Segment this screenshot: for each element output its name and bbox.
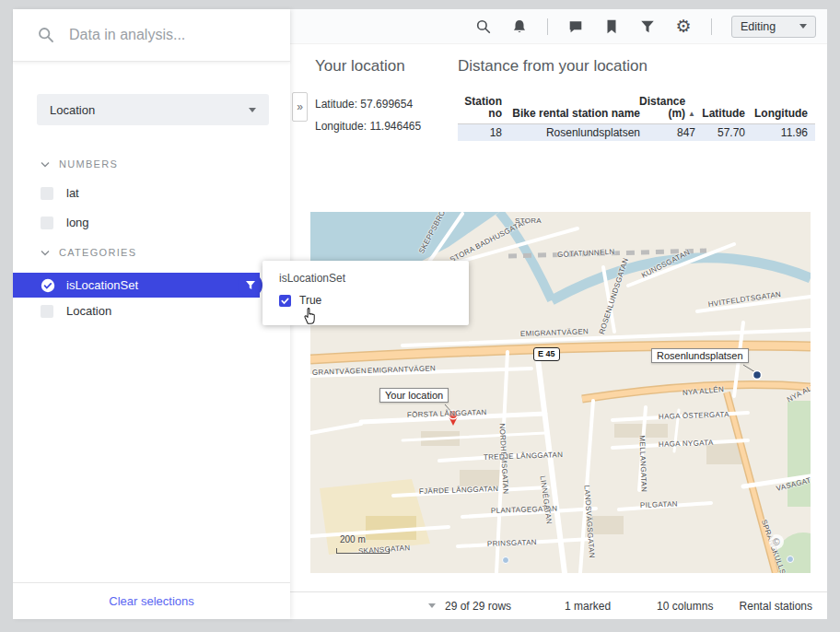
- cell-latitude: 57.70: [699, 124, 749, 141]
- cell-station-name: Rosenlundsplatsen: [506, 124, 644, 141]
- active-filter-button[interactable]: [238, 273, 262, 298]
- editing-mode-label: Editing: [741, 20, 776, 33]
- main-content: » Your location Latitude: 57.699654 Long…: [290, 44, 827, 619]
- street-label: PILGATAN: [640, 500, 678, 509]
- distance-table-title: Distance from your location: [458, 57, 648, 76]
- station-marker-dot: [753, 371, 762, 380]
- data-panel: Location NUMBERS lat long CATEGORIES isL…: [13, 9, 290, 619]
- column-item-location[interactable]: Location: [41, 304, 111, 318]
- chat-icon[interactable]: [567, 18, 584, 35]
- cell-distance: 847: [644, 124, 699, 141]
- checkbox-checked-icon[interactable]: [279, 295, 291, 307]
- chevron-down-icon: [41, 161, 50, 168]
- check-circle-icon: [41, 278, 55, 293]
- table-row[interactable]: 18 Rosenlundsplatsen 847 57.70 11.96: [458, 124, 815, 141]
- bell-icon[interactable]: [511, 18, 528, 35]
- e45-route-badge: E 45: [533, 347, 560, 361]
- longitude-value: Longitude: 11.946465: [315, 120, 421, 133]
- cell-station-no: 18: [458, 124, 506, 141]
- editing-mode-dropdown[interactable]: Editing: [731, 16, 816, 38]
- chevron-down-icon: [249, 108, 256, 112]
- column-item-label: Location: [66, 304, 111, 318]
- cell-longitude: 11.96: [749, 124, 811, 141]
- checkbox-unchecked-icon[interactable]: [41, 305, 53, 318]
- app-frame: ⚙ Editing » Your location Latitude: 57.6…: [0, 0, 840, 632]
- column-header-station-no[interactable]: Station no: [458, 92, 506, 123]
- filter-option-label: True: [299, 294, 321, 307]
- station-map-label[interactable]: Rosenlundsplatsen: [651, 348, 749, 363]
- filter-option-true[interactable]: True: [279, 294, 452, 307]
- funnel-icon: [245, 280, 256, 291]
- section-categories[interactable]: CATEGORIES: [41, 247, 136, 258]
- column-header-station-name[interactable]: Bike rental station name: [506, 92, 644, 123]
- expand-panel-button[interactable]: »: [292, 92, 308, 122]
- table-header-row: Station no Bike rental station name Dist…: [458, 92, 815, 124]
- section-categories-label: CATEGORIES: [59, 247, 136, 258]
- clear-selections-link[interactable]: Clear selections: [13, 582, 290, 619]
- data-table-dropdown-value: Location: [50, 103, 95, 117]
- column-count: 10 columns: [657, 600, 713, 613]
- toolbar: ⚙ Editing: [290, 9, 827, 44]
- search-icon: [37, 26, 55, 44]
- checkbox-unchecked-icon[interactable]: [41, 217, 53, 229]
- column-item-islocationset-selected[interactable]: isLocationSet: [13, 273, 260, 298]
- map-scale-label: 200 m: [340, 534, 366, 544]
- latitude-value: Latitude: 57.699654: [315, 98, 413, 111]
- row-summary-dropdown-icon[interactable]: [428, 603, 436, 608]
- filter-icon[interactable]: [639, 18, 656, 35]
- your-location-map-label[interactable]: Your location: [379, 388, 449, 403]
- column-item-label: lat: [66, 186, 79, 200]
- map-copyright[interactable]: ©: [769, 534, 784, 549]
- street-label: STORA: [515, 217, 542, 225]
- chevron-down-icon: [799, 24, 807, 29]
- column-header-latitude[interactable]: Latitude: [699, 92, 749, 123]
- column-header-longitude[interactable]: Longitude: [749, 92, 811, 123]
- filter-popup-title: isLocationSet: [279, 272, 452, 285]
- section-numbers[interactable]: NUMBERS: [41, 158, 118, 170]
- sort-ascending-icon: ▲: [688, 108, 695, 120]
- your-location-title: Your location: [315, 57, 405, 76]
- street-label: PRINSGATAN: [487, 538, 537, 548]
- page-tab-rental-stations[interactable]: Rental stations: [740, 600, 827, 613]
- section-numbers-label: NUMBERS: [59, 158, 118, 170]
- filter-popup: isLocationSet True: [262, 261, 469, 325]
- toolbar-divider: [711, 18, 712, 35]
- chevron-down-icon: [41, 250, 50, 256]
- data-search-input[interactable]: [69, 27, 262, 43]
- search-icon[interactable]: [475, 18, 492, 35]
- map-scale-bar: [336, 548, 390, 554]
- data-table-dropdown[interactable]: Location: [37, 94, 269, 125]
- column-header-distance[interactable]: Distance (m)▲: [644, 92, 699, 123]
- row-count: 29 of 29 rows: [445, 600, 511, 613]
- bookmark-icon[interactable]: [603, 18, 620, 35]
- column-item-long[interactable]: long: [41, 216, 89, 229]
- column-item-lat[interactable]: lat: [41, 186, 79, 200]
- checkbox-unchecked-icon[interactable]: [41, 187, 53, 200]
- column-item-label: long: [66, 216, 89, 229]
- gear-icon[interactable]: ⚙: [675, 18, 692, 35]
- distance-table: Station no Bike rental station name Dist…: [458, 92, 815, 141]
- column-item-label: isLocationSet: [66, 278, 138, 292]
- marked-count: 1 marked: [565, 600, 611, 613]
- data-search-box: [13, 9, 290, 62]
- status-bar: 29 of 29 rows 1 marked 10 columns Rental…: [290, 591, 827, 619]
- toolbar-divider: [547, 18, 548, 35]
